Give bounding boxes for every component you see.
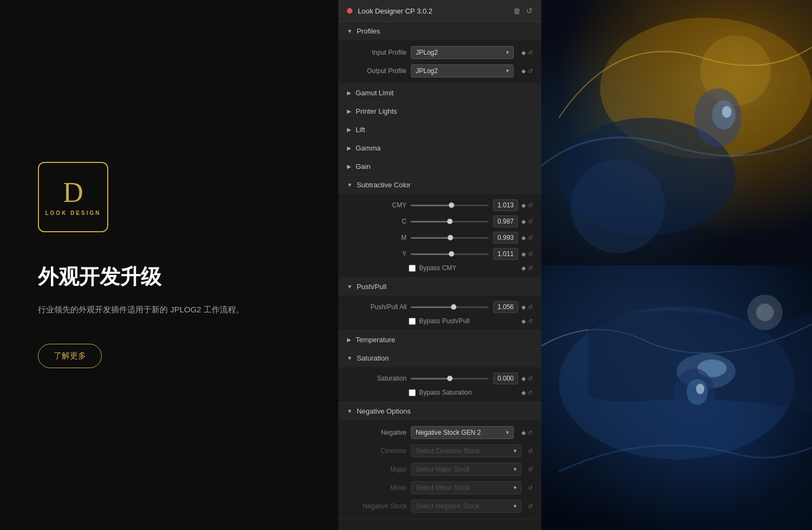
reset-icon[interactable]: ↺ xyxy=(526,6,533,15)
gain-arrow-icon: ▶ xyxy=(347,163,351,169)
profiles-section-header[interactable]: ▼ Profiles xyxy=(338,22,541,40)
c-label: C xyxy=(347,218,407,225)
saturation-label: Saturation xyxy=(357,354,389,362)
bypass-cmy-reset-icon[interactable]: ↺ xyxy=(528,265,533,272)
major-select[interactable]: Select Major Stock xyxy=(411,463,521,476)
input-profile-row: Input Profile JPLog2 JPLog3 Rec.709 ▼ ◆ … xyxy=(338,43,541,62)
negative-select[interactable]: Negative Stock GEN 2 Negative Stock GEN … xyxy=(411,426,514,439)
car-svg-bottom xyxy=(541,265,812,531)
preview-image-top xyxy=(541,0,812,265)
negative-diamond-icon: ◆ xyxy=(521,429,526,436)
output-profile-dropdown-wrapper: JPLog2 JPLog3 Rec.709 ▼ xyxy=(411,64,514,77)
negative-options-body: Negative Negative Stock GEN 2 Negative S… xyxy=(338,420,541,519)
gamut-arrow-icon: ▶ xyxy=(347,90,351,96)
negative-reset-icon[interactable]: ↺ xyxy=(528,429,533,436)
learn-more-button[interactable]: 了解更多 xyxy=(38,344,102,368)
gamma-header[interactable]: ▶ Gamma xyxy=(338,139,541,157)
y-value-input[interactable] xyxy=(493,248,518,260)
negative-options-header[interactable]: ▼ Negative Options xyxy=(338,402,541,420)
gamut-limit-header[interactable]: ▶ Gamut Limit xyxy=(338,84,541,102)
cmy-row: CMY ◆ ↺ xyxy=(338,197,541,213)
push-pull-label: Push/Pull xyxy=(357,283,387,291)
negative-options-label: Negative Options xyxy=(357,407,411,415)
svg-point-8 xyxy=(722,106,731,118)
saturation-value-input[interactable] xyxy=(493,372,518,384)
m-row: M ◆ ↺ xyxy=(338,230,541,246)
m-thumb xyxy=(448,235,453,240)
printer-lights-section: ▶ Printer Lights xyxy=(338,102,541,121)
bypass-pp-reset-icon[interactable]: ↺ xyxy=(528,318,533,325)
input-profile-select[interactable]: JPLog2 JPLog3 Rec.709 xyxy=(411,46,514,59)
major-reset-icon[interactable]: ↺ xyxy=(528,466,533,473)
y-thumb xyxy=(449,251,454,257)
cinetone-label: Cinetone xyxy=(347,447,407,455)
cinetone-reset-icon[interactable]: ↺ xyxy=(528,448,533,455)
minor-label: Minor xyxy=(347,484,407,492)
subtractive-color-label: Subtractive Color xyxy=(357,181,411,189)
bypass-cmy-checkbox[interactable] xyxy=(409,265,416,272)
status-dot xyxy=(347,8,352,14)
push-pull-slider-track xyxy=(411,306,489,308)
cmy-thumb xyxy=(449,202,454,208)
y-slider-track xyxy=(411,253,489,255)
m-value-input[interactable] xyxy=(493,232,518,244)
saturation-reset-icon[interactable]: ↺ xyxy=(528,375,533,382)
output-profile-select[interactable]: JPLog2 JPLog3 Rec.709 xyxy=(411,64,514,77)
push-pull-reset-icon[interactable]: ↺ xyxy=(528,304,533,311)
trash-icon[interactable]: 🗑 xyxy=(513,6,521,15)
gain-section: ▶ Gain xyxy=(338,158,541,176)
y-fill xyxy=(411,253,451,255)
y-reset-icon[interactable]: ↺ xyxy=(528,251,533,258)
minor-select[interactable]: Select Minor Stock xyxy=(411,481,521,494)
major-label: Major xyxy=(347,466,407,473)
bypass-saturation-row: Bypass Saturation ◆ ↺ xyxy=(338,387,541,398)
profiles-section: ▼ Profiles Input Profile JPLog2 JPLog3 R… xyxy=(338,22,541,84)
printer-lights-label: Printer Lights xyxy=(356,107,397,115)
output-profile-reset-icon[interactable]: ↺ xyxy=(528,68,533,75)
profiles-section-body: Input Profile JPLog2 JPLog3 Rec.709 ▼ ◆ … xyxy=(338,40,541,83)
temperature-section: ▶ Temperature xyxy=(338,331,541,349)
logo-box: D LOOK DESIGN xyxy=(38,162,108,232)
bypass-sat-reset-icon[interactable]: ↺ xyxy=(528,389,533,396)
c-value-input[interactable] xyxy=(493,215,518,227)
minor-reset-icon[interactable]: ↺ xyxy=(528,485,533,492)
temperature-label: Temperature xyxy=(356,336,395,344)
bypass-saturation-checkbox[interactable] xyxy=(409,389,416,396)
lift-header[interactable]: ▶ Lift xyxy=(338,121,541,139)
m-slider-track xyxy=(411,237,489,239)
input-profile-reset-icon[interactable]: ↺ xyxy=(528,49,533,56)
m-reset-icon[interactable]: ↺ xyxy=(528,234,533,241)
saturation-header[interactable]: ▼ Saturation xyxy=(338,349,541,367)
bypass-cmy-row: Bypass CMY ◆ ↺ xyxy=(338,262,541,274)
negative-stock-label: Negative Stock xyxy=(347,502,407,510)
bypass-push-pull-checkbox[interactable] xyxy=(409,318,416,325)
temperature-header[interactable]: ▶ Temperature xyxy=(338,331,541,349)
plugin-panel: Look Designer CP 3.0.2 🗑 ↺ ▼ Profiles In… xyxy=(338,0,541,530)
negative-stock-reset-icon[interactable]: ↺ xyxy=(528,503,533,510)
subtractive-color-header[interactable]: ▼ Subtractive Color xyxy=(338,176,541,194)
plugin-title: Look Designer CP 3.0.2 xyxy=(358,7,513,15)
bypass-push-pull-label: Bypass Push/Pull xyxy=(419,317,469,325)
bypass-cmy-diamond-icon: ◆ xyxy=(521,265,526,272)
saturation-slider-track xyxy=(411,378,489,379)
gain-header[interactable]: ▶ Gain xyxy=(338,158,541,175)
lift-section: ▶ Lift xyxy=(338,121,541,139)
push-pull-value-input[interactable] xyxy=(493,301,518,313)
negative-row: Negative Negative Stock GEN 2 Negative S… xyxy=(338,423,541,442)
svg-point-5 xyxy=(571,159,665,253)
major-dropdown-wrapper: Select Major Stock ▼ xyxy=(411,463,521,476)
cmy-reset-icon[interactable]: ↺ xyxy=(528,202,533,209)
y-label: Y xyxy=(347,250,407,258)
printer-lights-header[interactable]: ▶ Printer Lights xyxy=(338,102,541,120)
bypass-sat-diamond-icon: ◆ xyxy=(521,389,526,396)
svg-point-18 xyxy=(756,303,774,321)
c-reset-icon[interactable]: ↺ xyxy=(528,218,533,225)
cinetone-select[interactable]: Select Cinetone Stock xyxy=(411,444,521,457)
push-pull-arrow-icon: ▼ xyxy=(347,284,352,290)
negative-stock-dropdown-wrapper: Select Negative Stock ▼ xyxy=(411,500,521,513)
negative-stock-select[interactable]: Select Negative Stock xyxy=(411,500,521,513)
cmy-value-input[interactable] xyxy=(493,199,518,211)
push-pull-header[interactable]: ▼ Push/Pull xyxy=(338,278,541,296)
header-icons: 🗑 ↺ xyxy=(513,6,533,15)
c-thumb xyxy=(447,219,453,224)
